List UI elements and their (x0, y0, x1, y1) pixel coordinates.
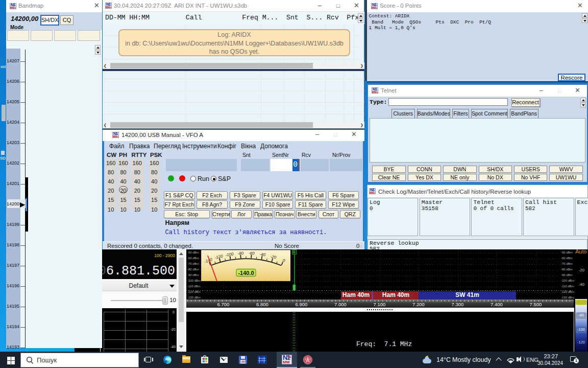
svg-text:-80: -80 (237, 251, 244, 256)
svg-text:-40: -40 (259, 252, 265, 258)
svg-text:-140.0: -140.0 (238, 270, 254, 276)
svg-text:-60: -60 (248, 251, 255, 256)
